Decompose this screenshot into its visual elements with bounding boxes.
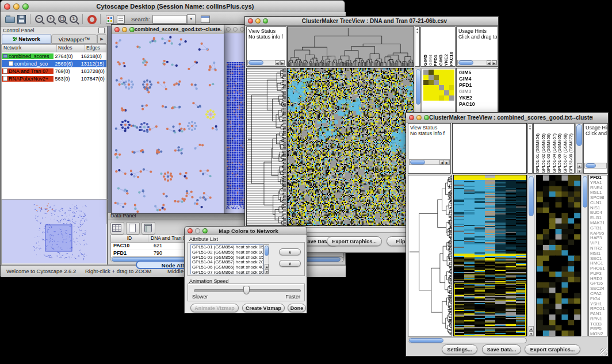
- gene-label[interactable]: GIM3: [459, 89, 498, 95]
- array-label[interactable]: GPL51-07 (GSM868): [563, 133, 568, 173]
- network-overview-panel[interactable]: [1, 199, 108, 265]
- search-input[interactable]: [152, 15, 187, 24]
- network-overview-canvas[interactable]: [2, 200, 106, 263]
- attribute-list-scrollbar[interactable]: ▲ ▼: [263, 244, 269, 274]
- annotation-icon[interactable]: [115, 14, 127, 24]
- minimize-button[interactable]: [416, 115, 422, 120]
- tv2-genes-vscrollbar[interactable]: [582, 175, 588, 336]
- zoom-button[interactable]: [22, 3, 29, 10]
- export-graphics-button[interactable]: Export Graphics...: [327, 236, 382, 246]
- resize-grip[interactable]: [600, 348, 607, 355]
- col-header-edges[interactable]: Edges: [85, 45, 106, 52]
- array-label[interactable]: GPL51-02 (GSM855): [541, 133, 546, 173]
- array-label[interactable]: GIM4: [428, 55, 433, 66]
- close-button[interactable]: [226, 27, 231, 32]
- move-up-button[interactable]: ∧: [279, 248, 301, 255]
- minimize-button[interactable]: [255, 18, 261, 24]
- minimize-button[interactable]: [233, 27, 238, 32]
- scroll-left-icon[interactable]: ◀: [487, 60, 491, 65]
- tv1-minimap-canvas[interactable]: [423, 70, 454, 101]
- array-label[interactable]: YKE2: [443, 54, 449, 66]
- scroll-up-icon[interactable]: ▲: [529, 326, 534, 331]
- scroll-right-icon[interactable]: ▶: [280, 60, 285, 65]
- array-label[interactable]: GPL51-04 (GSM857): [552, 133, 557, 173]
- tv2-column-tree-area[interactable]: [452, 123, 527, 174]
- tab-network[interactable]: Network: [2, 34, 51, 44]
- help-lifesaver-icon[interactable]: [86, 14, 97, 24]
- tv1-hints-scrollbar[interactable]: ◀ ▶: [457, 60, 497, 66]
- gene-label[interactable]: MON2: [590, 332, 607, 336]
- tv1-column-dendrogram[interactable]: [287, 26, 414, 67]
- tv2-mini-scroll-strip[interactable]: ▲ ▼: [527, 123, 533, 174]
- close-button[interactable]: [248, 18, 253, 24]
- tv2-hints-scrollbar[interactable]: [584, 163, 607, 168]
- zoom-fit-icon[interactable]: 1: [68, 14, 79, 24]
- network-row[interactable]: combined_sco 2569(6) 13112(15): [2, 60, 106, 67]
- new-attribute-icon[interactable]: [126, 222, 140, 235]
- settings-button[interactable]: Settings...: [442, 344, 477, 354]
- tab-vizmapper[interactable]: VizMapper™: [51, 35, 97, 44]
- done-button[interactable]: Done: [288, 304, 306, 312]
- scroll-down-icon[interactable]: ▼: [577, 168, 582, 173]
- scroll-left-icon[interactable]: ◀: [275, 60, 280, 65]
- gene-label[interactable]: GIM4: [459, 76, 498, 82]
- scroll-right-icon[interactable]: ▶: [492, 60, 496, 65]
- tv2-heatmap[interactable]: [453, 175, 527, 336]
- move-down-button[interactable]: ∨: [279, 260, 301, 267]
- zoom-button[interactable]: [202, 228, 208, 233]
- network-canvas[interactable]: [112, 34, 224, 213]
- array-label[interactable]: GPL51-08 (GSM872): [568, 133, 574, 173]
- minimize-button[interactable]: [13, 3, 20, 10]
- scroll-up-icon[interactable]: ▲: [577, 163, 582, 168]
- gene-label[interactable]: PFD1: [459, 82, 498, 89]
- gene-label[interactable]: YKE2: [459, 95, 498, 101]
- zoom-selected-icon[interactable]: ◻: [56, 14, 68, 24]
- array-label[interactable]: GPL51-01 (GSM854): [535, 133, 541, 173]
- zoom-button[interactable]: [129, 27, 135, 32]
- zoom-out-icon[interactable]: −: [33, 14, 45, 24]
- network-row[interactable]: RNAPuberNov2+ 563(0) 107847(0): [2, 75, 106, 82]
- close-button[interactable]: [114, 27, 120, 32]
- tv2-vscrollbar[interactable]: ▲ ▼: [527, 175, 534, 336]
- export-graphics-button[interactable]: Export Graphics...: [525, 344, 580, 354]
- scroll-right-icon[interactable]: ▶: [445, 160, 449, 164]
- main-title-bar[interactable]: Cytoscape Desktop (Session Name: collins…: [1, 1, 345, 13]
- array-label[interactable]: GPL51-06 (GSM865): [557, 133, 563, 173]
- create-vizmap-button[interactable]: Create Vizmap: [242, 304, 285, 312]
- zoom-in-icon[interactable]: +: [45, 14, 56, 24]
- tv2-labels-vscrollbar[interactable]: ▲ ▼: [575, 123, 583, 174]
- network-row[interactable]: combined_scores 2764(0) 16218(0): [2, 52, 106, 60]
- animate-vizmap-button[interactable]: Animate Vizmap: [190, 304, 239, 312]
- table-mode-icon[interactable]: [110, 222, 124, 235]
- save-data-button[interactable]: Save Data...: [482, 344, 521, 354]
- float-panel-icon[interactable]: [98, 28, 105, 33]
- scroll-down-icon[interactable]: ▼: [265, 269, 269, 274]
- zoom-button[interactable]: [240, 27, 244, 32]
- scroll-down-icon[interactable]: ▼: [529, 331, 534, 336]
- zoom-button[interactable]: [263, 18, 268, 24]
- array-label[interactable]: GIM5: [423, 55, 428, 66]
- close-button[interactable]: [188, 228, 193, 233]
- vizmapper-icon[interactable]: [104, 14, 115, 24]
- scroll-down-icon[interactable]: ▼: [528, 127, 532, 131]
- tv2-hscrollbar[interactable]: [408, 338, 527, 343]
- array-label[interactable]: PAC10: [449, 52, 454, 66]
- array-label[interactable]: PFD1: [433, 55, 438, 66]
- minimize-button[interactable]: [122, 27, 127, 32]
- zoom-button[interactable]: [424, 115, 429, 120]
- tv2-status-scrollbar[interactable]: ◀ ▶: [409, 159, 450, 165]
- attribute-item[interactable]: GPL51-07 (GSM868) heat shock 60 min: [191, 270, 263, 274]
- close-button[interactable]: [409, 115, 414, 120]
- array-label[interactable]: GIM3: [438, 55, 443, 66]
- index-card-icon[interactable]: [199, 14, 211, 24]
- save-session-icon[interactable]: [16, 14, 27, 24]
- array-label[interactable]: GPL51-03 (GSM856): [546, 133, 552, 173]
- scroll-left-icon[interactable]: ◀: [439, 160, 444, 164]
- close-button[interactable]: [4, 3, 10, 10]
- data-col-id[interactable]: ID: [111, 235, 148, 242]
- tv2-zoom-heatmap[interactable]: [536, 175, 581, 336]
- tab-overflow-arrow[interactable]: ▶: [97, 35, 106, 44]
- col-header-network[interactable]: Network: [2, 45, 57, 52]
- scroll-up-icon[interactable]: ▲: [265, 264, 269, 269]
- tv1-row-dendrogram[interactable]: [246, 68, 286, 226]
